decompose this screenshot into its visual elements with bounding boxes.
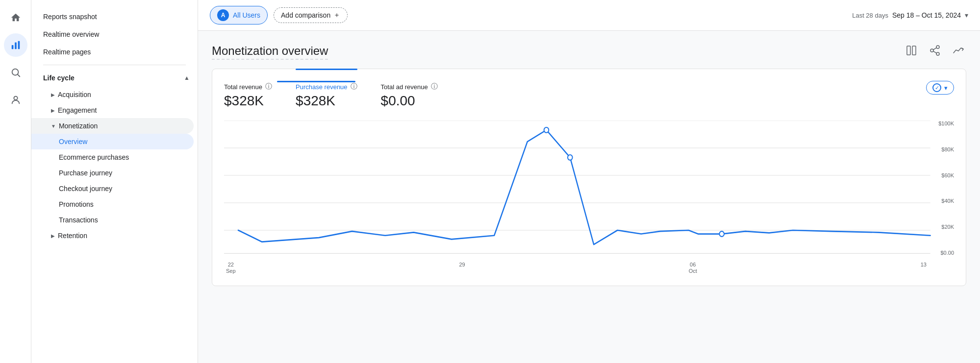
share-icon[interactable] [927,43,943,61]
top-bar: A All Users Add comparison ＋ Last 28 day… [198,0,980,31]
acquisition-label: Acquisition [58,91,91,98]
retention-label: Retention [58,232,87,240]
sidebar-item-monetization[interactable]: ▼ Monetization [31,118,194,134]
all-users-label: All Users [233,11,260,19]
sidebar-item-reports-snapshot[interactable]: Reports snapshot [31,8,198,25]
lifecycle-chevron: ▲ [184,74,190,81]
x-axis-labels: 22 Sep 29 06 Oct 13 [224,258,954,274]
date-range-label: Last 28 days [852,12,888,19]
retention-arrow: ▶ [51,233,55,239]
revenue-chart [224,121,954,258]
svg-point-19 [544,127,549,133]
search-nav-icon[interactable] [4,61,27,84]
metric-selector-dropdown-icon: ▾ [944,84,948,92]
svg-point-9 [930,49,933,52]
purchase-revenue-info-icon[interactable]: ⓘ [351,82,357,91]
sidebar-divider [43,65,186,65]
svg-point-20 [568,155,573,160]
audience-nav-icon[interactable] [4,88,27,112]
chart-card: Total revenue ⓘ $328K Purchase revenue ⓘ… [212,69,966,286]
x-label-oct13-day: 13 [921,262,927,267]
icon-rail [0,0,31,363]
x-label-oct13: 13 [921,262,927,274]
date-dropdown-icon[interactable]: ▾ [965,11,968,19]
svg-rect-6 [907,46,910,55]
sidebar: Reports snapshot Realtime overview Realt… [31,0,198,363]
monetization-arrow: ▼ [51,123,56,129]
x-label-oct06: 06 Oct [689,262,697,274]
svg-rect-0 [11,45,13,49]
main-content: A All Users Add comparison ＋ Last 28 day… [198,0,980,363]
x-label-sep22: 22 Sep [226,262,236,274]
svg-point-5 [14,97,17,100]
chart-area: $100K $80K $60K $40K $20K $0.00 [224,121,954,258]
metric-purchase-revenue-label: Purchase revenue ⓘ [296,82,357,91]
all-users-button[interactable]: A All Users [210,6,268,24]
top-bar-right: Last 28 days Sep 18 – Oct 15, 2024 ▾ [852,11,968,19]
svg-line-12 [933,51,937,53]
sidebar-item-overview[interactable]: Overview [31,134,194,149]
x-label-sep29: 29 [459,262,465,274]
svg-rect-2 [18,41,20,49]
acquisition-arrow: ▶ [51,92,55,97]
sidebar-item-engagement[interactable]: ▶ Engagement [31,102,198,118]
compare-view-icon[interactable] [904,43,919,61]
check-circle-icon: ✓ [932,83,941,92]
total-revenue-info-icon[interactable]: ⓘ [265,82,272,91]
svg-point-10 [936,52,939,55]
sidebar-item-ecommerce-purchases[interactable]: Ecommerce purchases [31,149,198,165]
metric-total-revenue-label: Total revenue ⓘ [224,82,272,91]
x-label-sep29-day: 29 [459,262,465,267]
add-comparison-plus-icon: ＋ [333,11,340,20]
metrics-row: Total revenue ⓘ $328K Purchase revenue ⓘ… [224,82,954,109]
x-label-sep22-day: 22 [228,262,234,267]
page-title: Monetization overview [212,44,328,60]
sidebar-item-purchase-journey[interactable]: Purchase journey [31,165,198,181]
metric-total-ad-revenue-value: $0.00 [381,93,438,109]
total-ad-revenue-info-icon[interactable]: ⓘ [431,82,438,91]
sidebar-item-promotions[interactable]: Promotions [31,196,198,212]
page-content: Monetization overview [198,31,980,363]
svg-point-8 [936,46,939,48]
svg-line-4 [18,74,20,76]
svg-rect-7 [912,46,916,55]
sidebar-item-transactions[interactable]: Transactions [31,212,198,228]
metric-selector-button[interactable]: ✓ ▾ [926,81,954,95]
sidebar-item-checkout-journey[interactable]: Checkout journey [31,181,198,196]
add-comparison-label: Add comparison [281,11,330,19]
x-label-oct06-month: Oct [689,268,697,274]
sidebar-item-realtime-pages[interactable]: Realtime pages [31,43,198,61]
monetization-label: Monetization [59,122,98,130]
metric-total-revenue-value: $328K [224,93,272,109]
metric-total-ad-revenue: Total ad revenue ⓘ $0.00 [381,82,438,109]
sidebar-item-acquisition[interactable]: ▶ Acquisition [31,87,198,102]
all-users-avatar: A [217,9,229,21]
svg-rect-1 [15,43,17,49]
top-bar-left: A All Users Add comparison ＋ [210,6,348,24]
metric-purchase-revenue-value: $328K [296,93,357,109]
page-header-actions [904,43,966,61]
engagement-label: Engagement [58,106,97,114]
analytics-nav-icon[interactable] [4,33,27,57]
x-label-sep22-month: Sep [226,268,236,274]
add-comparison-button[interactable]: Add comparison ＋ [274,7,348,23]
x-label-oct06-day: 06 [690,262,696,267]
metric-total-revenue: Total revenue ⓘ $328K [224,82,272,109]
engagement-arrow: ▶ [51,108,55,113]
metric-total-ad-revenue-label: Total ad revenue ⓘ [381,82,438,91]
lifecycle-label: Life cycle [43,74,75,82]
page-header: Monetization overview [212,43,966,61]
home-nav-icon[interactable] [4,6,27,29]
lifecycle-section-header[interactable]: Life cycle ▲ [31,69,198,87]
svg-line-11 [933,48,937,49]
sidebar-item-realtime-overview[interactable]: Realtime overview [31,25,198,43]
metric-purchase-revenue: Purchase revenue ⓘ $328K [296,82,357,109]
insights-icon[interactable] [951,43,966,61]
sidebar-item-retention[interactable]: ▶ Retention [31,228,198,243]
date-range-value: Sep 18 – Oct 15, 2024 [892,11,961,19]
svg-point-21 [719,231,724,237]
